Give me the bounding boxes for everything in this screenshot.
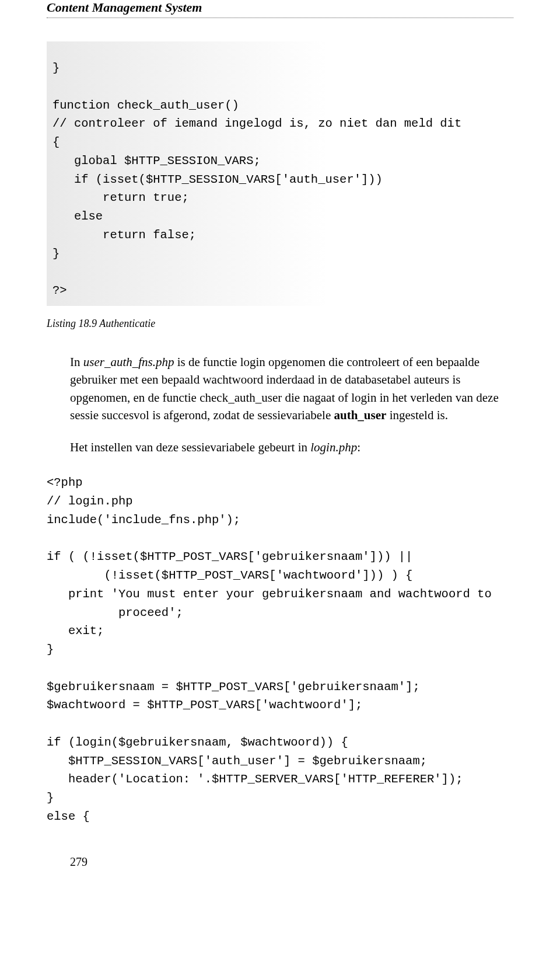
filename-italic: login.php — [310, 440, 357, 454]
paragraph-1: In user_auth_fns.php is de functie login… — [70, 353, 513, 424]
code-listing-2: <?php // login.php include('include_fns.… — [47, 473, 513, 826]
running-header: Content Management System — [47, 0, 513, 18]
text: In — [70, 355, 83, 369]
code-listing-1: } function check_auth_user() // controle… — [47, 41, 513, 306]
filename-italic: user_auth_fns.php — [83, 355, 174, 369]
text: Het instellen van deze sessievariabele g… — [70, 440, 310, 454]
text: : — [357, 440, 360, 454]
text: ingesteld is. — [386, 408, 448, 422]
listing-caption: Listing 18.9 Authenticatie — [47, 318, 513, 330]
variable-bold: auth_user — [334, 408, 387, 422]
page-number: 279 — [70, 855, 513, 869]
paragraph-2: Het instellen van deze sessievariabele g… — [70, 438, 513, 456]
